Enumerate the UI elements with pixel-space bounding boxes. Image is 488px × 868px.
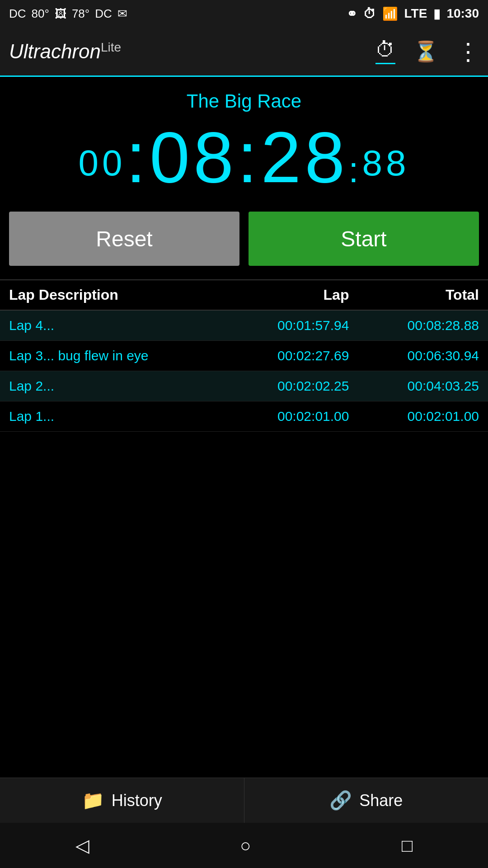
stopwatch-icon[interactable]: ⏱	[375, 38, 395, 64]
start-button[interactable]: Start	[249, 212, 479, 266]
timer-title: The Big Race	[0, 77, 488, 117]
hourglass-icon[interactable]: ⏳	[413, 40, 438, 63]
col-description: Lap Description	[0, 280, 228, 310]
lap-total: 00:08:28.88	[358, 310, 488, 341]
timer-display: 00:08:28:88	[0, 117, 488, 198]
lap-description: Lap 1...	[0, 401, 228, 432]
status-left-icons: DC 80° 🖼 78° DC ✉	[9, 7, 127, 21]
table-row: Lap 3... bug flew in eye 00:02:27.69 00:…	[0, 341, 488, 371]
timer-centiseconds: 88	[362, 143, 410, 183]
timer-colon1: :	[126, 117, 149, 198]
button-row: Reset Start	[9, 212, 479, 266]
lap-total: 00:04:03.25	[358, 371, 488, 401]
lap-time: 00:02:02.25	[228, 371, 358, 401]
reset-button[interactable]: Reset	[9, 212, 239, 266]
timer-seconds: 28	[261, 117, 348, 198]
status-right-icons: ⚭ ⏱ 📶 LTE ▮ 10:30	[347, 6, 479, 21]
lap-total: 00:02:01.00	[358, 401, 488, 432]
col-total: Total	[358, 280, 488, 310]
lap-description: Lap 2...	[0, 371, 228, 401]
table-row: Lap 1... 00:02:01.00 00:02:01.00	[0, 401, 488, 432]
lap-description: Lap 3... bug flew in eye	[0, 341, 228, 371]
status-dc2: DC	[95, 7, 112, 21]
time-display: 10:30	[446, 6, 479, 21]
share-icon: 🔗	[329, 790, 352, 811]
home-button[interactable]: ○	[240, 835, 251, 856]
lap-table: Lap Description Lap Total Lap 4... 00:01…	[0, 279, 488, 432]
status-mail-icon: ✉	[117, 7, 127, 21]
lap-time: 00:02:01.00	[228, 401, 358, 432]
status-temp1: 80°	[32, 7, 49, 21]
timer-minutes: 08	[150, 117, 237, 198]
timer-dot: :	[348, 150, 362, 190]
share-button[interactable]: 🔗 Share	[244, 778, 488, 823]
status-camera-icon: 🖼	[55, 7, 66, 21]
table-row: Lap 4... 00:01:57.94 00:08:28.88	[0, 310, 488, 341]
share-label: Share	[359, 791, 403, 810]
android-nav-bar: ◁ ○ □	[0, 823, 488, 868]
table-header-row: Lap Description Lap Total	[0, 280, 488, 310]
nav-icons: ⏱ ⏳ ⋮	[375, 38, 479, 65]
status-dc1: DC	[9, 7, 26, 21]
history-label: History	[112, 791, 162, 810]
recent-button[interactable]: □	[402, 835, 413, 856]
lap-time: 00:02:27.69	[228, 341, 358, 371]
nav-bar: UltrachronLite ⏱ ⏳ ⋮	[0, 27, 488, 77]
timer-colon2: :	[237, 117, 261, 198]
timer-hours: 00	[78, 143, 126, 183]
table-row: Lap 2... 00:02:02.25 00:04:03.25	[0, 371, 488, 401]
history-icon: 📁	[82, 790, 104, 811]
history-button[interactable]: 📁 History	[0, 778, 244, 823]
battery-icon: ▮	[433, 6, 440, 21]
bottom-bar: 📁 History 🔗 Share	[0, 778, 488, 823]
lap-time: 00:01:57.94	[228, 310, 358, 341]
app-title-lite: Lite	[101, 40, 121, 54]
bluetooth-icon: ⚭	[347, 6, 357, 21]
app-title: UltrachronLite	[9, 40, 362, 63]
lap-total: 00:06:30.94	[358, 341, 488, 371]
more-menu-icon[interactable]: ⋮	[456, 38, 479, 65]
status-temp2: 78°	[72, 7, 89, 21]
status-bar: DC 80° 🖼 78° DC ✉ ⚭ ⏱ 📶 LTE ▮ 10:30	[0, 0, 488, 27]
back-button[interactable]: ◁	[75, 835, 89, 856]
lte-icon: LTE	[404, 6, 427, 21]
signal-icon: 📶	[382, 6, 398, 21]
app-title-main: Ultrachron	[9, 40, 101, 62]
lap-description: Lap 4...	[0, 310, 228, 341]
alarm-icon: ⏱	[363, 6, 376, 21]
col-lap: Lap	[228, 280, 358, 310]
